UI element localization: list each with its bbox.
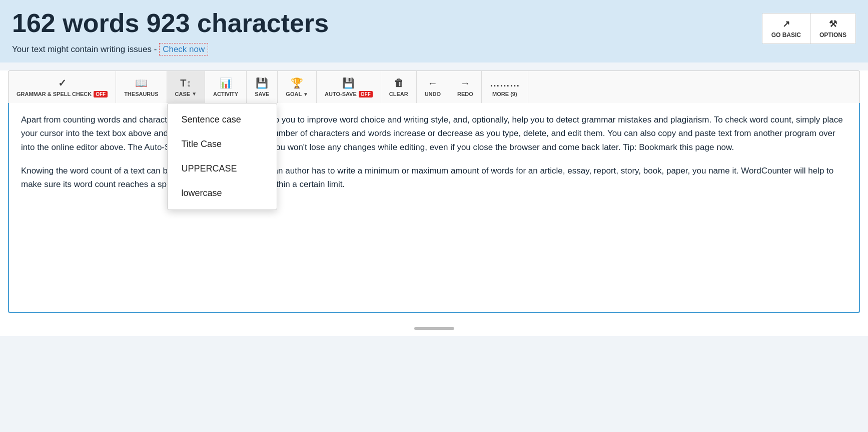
lowercase-option[interactable]: lowercase	[168, 181, 277, 206]
undo-button[interactable]: ← UNDO	[417, 71, 449, 103]
redo-button[interactable]: → REDO	[449, 71, 482, 103]
autosave-label: AUTO-SAVE	[325, 91, 357, 97]
save-label: SAVE	[255, 91, 269, 97]
header-action-buttons: ↗ GO BASIC ⚒ OPTIONS	[762, 13, 856, 44]
redo-icon: →	[460, 78, 470, 89]
clear-label: CLEAR	[389, 91, 408, 97]
grammar-off-badge: OFF	[94, 91, 108, 98]
toolbar: ✓ GRAMMAR & SPELL CHECK OFF 📖 THESAURUS …	[8, 70, 860, 103]
trophy-icon: 🏆	[291, 77, 303, 89]
thesaurus-button[interactable]: 📖 THESAURUS	[116, 71, 167, 103]
goal-button[interactable]: 🏆 GOAL ▼	[278, 71, 317, 103]
goal-label: GOAL	[286, 91, 302, 97]
writing-issues-bar: Your text might contain writing issues -…	[12, 44, 329, 54]
grammar-label: GRAMMAR & SPELL CHECK	[17, 91, 92, 97]
editor-paragraph-1[interactable]: Apart from counting words and characters…	[21, 113, 847, 154]
more-button[interactable]: ……… MORE (9)	[482, 71, 528, 103]
save-button[interactable]: 💾 SAVE	[247, 71, 278, 103]
redo-label: REDO	[457, 91, 473, 97]
word-char-count: 162 words 923 characters	[12, 9, 329, 38]
case-dropdown-menu: Sentence case Title Case UPPERCASE lower…	[167, 103, 277, 210]
uppercase-option[interactable]: UPPERCASE	[168, 156, 277, 181]
title-case-option[interactable]: Title Case	[168, 132, 277, 156]
more-label: MORE (9)	[492, 91, 517, 97]
thesaurus-label: THESAURUS	[124, 91, 158, 97]
external-link-icon: ↗	[782, 18, 790, 30]
activity-icon: 📊	[220, 77, 232, 89]
header-left: 162 words 923 characters Your text might…	[12, 9, 329, 54]
grammar-label-row: GRAMMAR & SPELL CHECK OFF	[17, 91, 108, 98]
autosave-button[interactable]: 💾 AUTO-SAVE OFF	[317, 71, 381, 103]
undo-label: UNDO	[425, 91, 441, 97]
go-basic-label: GO BASIC	[771, 32, 801, 38]
scrollbar-thumb[interactable]	[414, 327, 454, 330]
editor-paragraph-2[interactable]: Knowing the word count of a text can be …	[21, 164, 847, 191]
case-button[interactable]: T↕ CASE ▼	[167, 71, 205, 103]
case-icon: T↕	[180, 78, 191, 89]
goal-dropdown-arrow: ▼	[303, 92, 308, 97]
autosave-off-badge: OFF	[359, 91, 373, 98]
case-dropdown-arrow: ▼	[192, 91, 197, 96]
options-button[interactable]: ⚒ OPTIONS	[810, 14, 855, 44]
editor-area[interactable]: Apart from counting words and characters…	[8, 103, 860, 313]
check-now-link[interactable]: Check now	[159, 43, 208, 56]
options-label: OPTIONS	[819, 32, 846, 38]
case-label: CASE	[175, 91, 191, 97]
book-icon: 📖	[135, 77, 148, 89]
activity-button[interactable]: 📊 ACTIVITY	[205, 71, 247, 103]
grammar-spell-check-button[interactable]: ✓ GRAMMAR & SPELL CHECK OFF	[9, 71, 116, 103]
clear-button[interactable]: 🗑 CLEAR	[381, 71, 417, 103]
scrollbar-area	[0, 321, 868, 336]
wrench-icon: ⚒	[829, 18, 837, 30]
goal-label-row: GOAL ▼	[286, 91, 308, 97]
case-label-row: CASE ▼	[175, 91, 197, 97]
writing-issues-text: Your text might contain writing issues -	[12, 44, 157, 54]
trash-icon: 🗑	[394, 78, 404, 89]
go-basic-button[interactable]: ↗ GO BASIC	[762, 14, 810, 44]
autosave-label-row: AUTO-SAVE OFF	[325, 91, 373, 98]
undo-icon: ←	[428, 78, 438, 89]
main-container: ✓ GRAMMAR & SPELL CHECK OFF 📖 THESAURUS …	[0, 70, 868, 336]
autosave-icon: 💾	[342, 77, 355, 89]
grid-icon: ………	[490, 78, 520, 89]
sentence-case-option[interactable]: Sentence case	[168, 108, 277, 132]
checkmark-icon: ✓	[58, 77, 67, 89]
header-bar: 162 words 923 characters Your text might…	[0, 0, 868, 62]
case-dropdown-wrapper: T↕ CASE ▼ Sentence case Title Case UPPER…	[167, 71, 205, 103]
save-icon: 💾	[256, 77, 268, 89]
activity-label: ACTIVITY	[213, 91, 238, 97]
